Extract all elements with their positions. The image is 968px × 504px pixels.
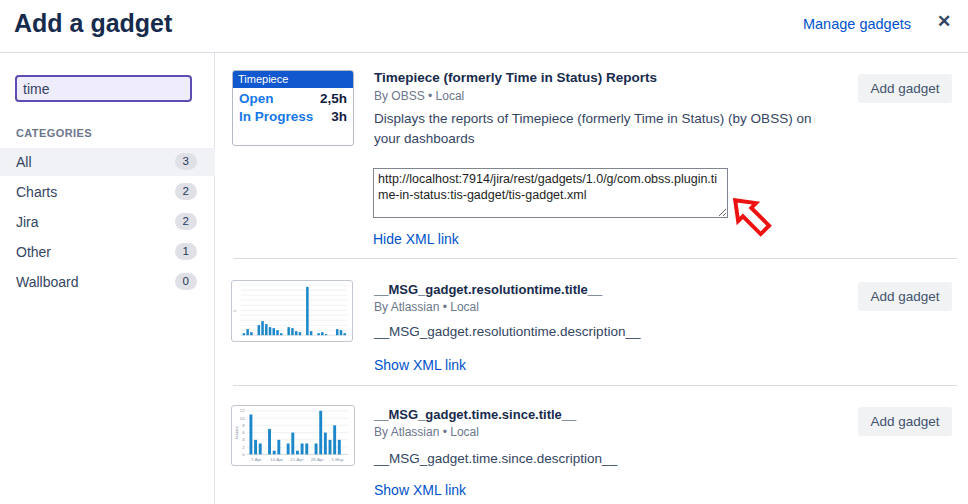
svg-text:0: 0 [242, 452, 245, 457]
gadget-byline: By OBSS • Local [374, 89, 464, 103]
svg-text:8: 8 [242, 423, 245, 428]
count-badge: 3 [175, 153, 197, 170]
sidebar-item-label: Jira [16, 214, 39, 230]
svg-text:2: 2 [242, 445, 245, 450]
sidebar-item-label: Wallboard [16, 274, 79, 290]
svg-text:14-Apr: 14-Apr [270, 457, 284, 462]
count-badge: 2 [175, 183, 197, 200]
svg-text:7-Apr: 7-Apr [251, 457, 262, 462]
svg-text:h: h [232, 310, 237, 312]
gadget-description: __MSG_gadget.resolutiontime.description_… [374, 322, 854, 342]
categories-heading: CATEGORIES [16, 127, 92, 139]
sidebar-item-charts[interactable]: 2 Charts [0, 178, 215, 206]
show-xml-link[interactable]: Show XML link [374, 482, 466, 498]
status-label: Open [239, 91, 274, 106]
preview-row: Open 2,5h [233, 88, 353, 106]
add-gadget-button[interactable]: Add gadget [858, 74, 952, 103]
manage-gadgets-link[interactable]: Manage gadgets [803, 16, 911, 32]
sidebar-item-jira[interactable]: 2 Jira [0, 208, 215, 236]
svg-text:21-Apr: 21-Apr [290, 457, 304, 462]
sidebar-item-other[interactable]: 1 Other [0, 238, 215, 266]
xml-url-textarea[interactable]: http://localhost:7914/jira/rest/gadgets/… [373, 168, 728, 218]
time-since-chart-thumbnail: 024681012Issues7-Apr14-Apr21-Apr28-Apr5-… [231, 405, 355, 466]
status-value: 2,5h [320, 91, 347, 106]
preview-header: Timepiece [233, 71, 353, 88]
add-gadget-button[interactable]: Add gadget [858, 282, 952, 311]
resolution-time-chart-thumbnail: h [231, 280, 353, 342]
status-label: In Progress [239, 109, 313, 124]
close-icon[interactable]: ✕ [933, 11, 955, 33]
gadget-title: __MSG_gadget.resolutiontime.title__ [374, 282, 602, 297]
hide-xml-link[interactable]: Hide XML link [373, 231, 459, 247]
gadget-title: __MSG_gadget.time.since.title__ [374, 407, 576, 422]
gadget-description: Displays the reports of Timepiece (forme… [374, 109, 814, 149]
red-cursor-arrow-icon [729, 196, 789, 252]
show-xml-link[interactable]: Show XML link [374, 357, 466, 373]
page-title: Add a gadget [14, 9, 172, 38]
search-input[interactable] [15, 75, 192, 102]
svg-text:10: 10 [240, 416, 245, 421]
entry-divider [233, 258, 957, 259]
timepiece-preview-thumbnail: Timepiece Open 2,5h In Progress 3h [232, 70, 354, 146]
sidebar-item-label: Other [16, 244, 51, 260]
sidebar-item-wallboard[interactable]: 0 Wallboard [0, 268, 215, 296]
sidebar-item-label: All [16, 154, 32, 170]
add-gadget-button[interactable]: Add gadget [858, 407, 952, 436]
sidebar-item-label: Charts [16, 184, 57, 200]
gadget-byline: By Atlassian • Local [374, 300, 479, 314]
gadget-byline: By Atlassian • Local [374, 425, 479, 439]
gadget-description: __MSG_gadget.time.since.description__ [374, 449, 854, 469]
sidebar-item-all[interactable]: 3 All [0, 148, 215, 176]
count-badge: 0 [175, 273, 197, 290]
svg-text:12: 12 [240, 408, 245, 413]
svg-text:4: 4 [242, 437, 245, 442]
count-badge: 1 [175, 243, 197, 260]
svg-text:28-Apr: 28-Apr [311, 457, 325, 462]
svg-text:6: 6 [242, 430, 245, 435]
gadget-title: Timepiece (formerly Time in Status) Repo… [374, 70, 657, 85]
count-badge: 2 [175, 213, 197, 230]
status-value: 3h [331, 109, 347, 124]
svg-text:5-May: 5-May [331, 457, 344, 462]
preview-row: In Progress 3h [233, 106, 353, 124]
sidebar: CATEGORIES 3 All 2 Charts 2 Jira 1 Other… [0, 53, 215, 504]
svg-text:Issues: Issues [234, 426, 239, 439]
entry-divider [233, 385, 957, 386]
